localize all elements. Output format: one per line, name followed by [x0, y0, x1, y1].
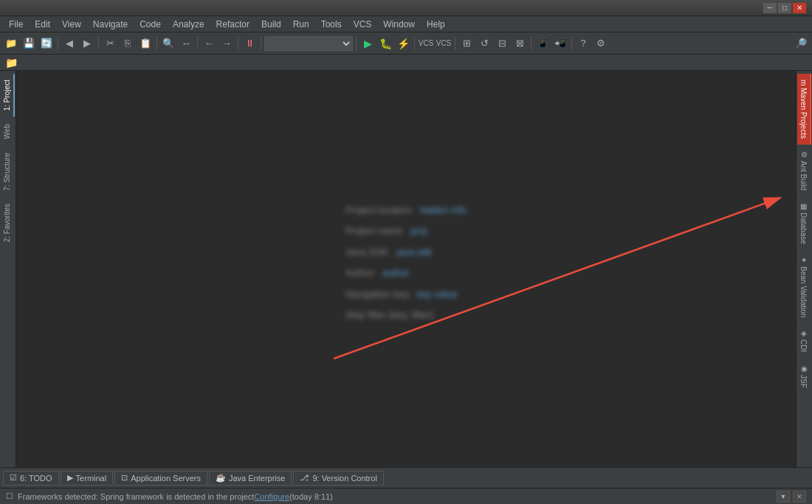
content-row-5: Navigation key: key value — [345, 284, 467, 305]
right-sidebar-tab-bean[interactable]: ✦Bean Validation — [797, 250, 811, 323]
tool3-button[interactable]: ⊟ — [494, 35, 510, 52]
device1-button[interactable]: 📱 — [534, 35, 551, 52]
save-button[interactable]: 💾 — [21, 35, 37, 52]
bean-icon: ✦ — [799, 256, 808, 264]
notification-close-button[interactable]: ✕ — [793, 491, 806, 503]
status-tab-versioncontrol[interactable]: ⎇9: Version Control — [293, 471, 383, 486]
jsf-label: JSF — [799, 375, 808, 388]
menu-item-view[interactable]: View — [56, 16, 87, 32]
help-button[interactable]: ? — [575, 35, 591, 52]
status-tab-terminal[interactable]: ▶Terminal — [61, 471, 114, 486]
content-row-6: Step filter (key, filter): — [345, 305, 467, 326]
right-sidebar-tab-database[interactable]: ▦Database — [797, 196, 811, 250]
project-icon[interactable]: 📁 — [3, 55, 19, 71]
todo-status-label: 6: TODO — [20, 474, 52, 483]
maximize-button[interactable]: □ — [778, 3, 791, 13]
right-sidebar: mMaven Projects⚙Ant Build▦Database✦Bean … — [796, 71, 812, 467]
secondary-toolbar: 📁 — [0, 55, 812, 71]
nav-next-button[interactable]: → — [219, 35, 235, 52]
javaenterprise-status-label: Java Enterprise — [229, 474, 285, 483]
paste-button[interactable]: 📋 — [137, 35, 154, 52]
sidebar-tab-project[interactable]: 1: Project — [1, 74, 15, 117]
menu-item-code[interactable]: Code — [134, 16, 167, 32]
menu-item-vcs[interactable]: VCS — [348, 16, 378, 32]
appservers-status-label: Application Servers — [131, 474, 201, 483]
forward-button[interactable]: ▶ — [79, 35, 95, 52]
value-5: key value — [417, 284, 458, 305]
label-1: Project location: — [345, 199, 414, 221]
menu-item-file[interactable]: File — [3, 16, 29, 32]
notification-icon: ☐ — [6, 491, 13, 501]
sidebar-tab-favorites[interactable]: 2: Favorites — [1, 198, 15, 248]
right-sidebar-tab-maven[interactable]: mMaven Projects — [797, 74, 811, 145]
cdi-label: CDI — [799, 339, 808, 352]
notification-collapse-button[interactable]: ▼ — [777, 491, 790, 503]
new-button[interactable]: 📁 — [3, 35, 19, 52]
label-3: Java SDK: — [345, 241, 390, 263]
notification-right: ▼ ✕ — [777, 491, 806, 503]
sync-button[interactable]: 🔄 — [38, 35, 55, 52]
separator-4 — [197, 37, 198, 50]
search-button[interactable]: 🔍 — [160, 35, 176, 52]
close-button[interactable]: ✕ — [793, 3, 806, 13]
menu-item-navigate[interactable]: Navigate — [87, 16, 134, 32]
right-sidebar-tab-jsf[interactable]: ◉JSF — [797, 359, 811, 394]
run-button[interactable]: ▶ — [359, 35, 376, 52]
run-coverage-button[interactable]: ⚡ — [395, 35, 411, 52]
minimize-button[interactable]: ─ — [763, 3, 777, 13]
separator-6 — [261, 37, 261, 50]
breakpoint-button[interactable]: ⏸ — [241, 35, 258, 52]
device2-button[interactable]: 📲 — [552, 35, 568, 52]
menu-item-analyze[interactable]: Analyze — [167, 16, 210, 32]
bean-label: Bean Validation — [799, 266, 808, 317]
menu-item-build[interactable]: Build — [255, 16, 287, 32]
tool1-button[interactable]: ⊞ — [458, 35, 475, 52]
search-everywhere-button[interactable]: 🔎 — [793, 35, 809, 52]
sidebar-tab-structure[interactable]: 7: Structure — [1, 147, 15, 197]
menu-item-refactor[interactable]: Refactor — [210, 16, 255, 32]
separator-5 — [238, 37, 238, 50]
maven-label: Maven Projects — [799, 88, 808, 139]
value-1: hidden info — [419, 199, 467, 221]
value-2: proj — [410, 221, 427, 242]
maven-icon: m — [799, 80, 808, 86]
vcs2-button[interactable]: VCS — [436, 35, 452, 52]
separator-3 — [156, 37, 157, 50]
status-tab-appservers[interactable]: ⊡Application Servers — [114, 471, 207, 486]
versioncontrol-status-label: 9: Version Control — [312, 474, 376, 483]
right-sidebar-tab-ant[interactable]: ⚙Ant Build — [797, 145, 811, 196]
menu-item-edit[interactable]: Edit — [29, 16, 56, 32]
run-config-dropdown[interactable] — [264, 36, 353, 51]
cut-button[interactable]: ✂ — [102, 35, 118, 52]
copy-button[interactable]: ⎘ — [120, 35, 136, 52]
menu-item-window[interactable]: Window — [377, 16, 421, 32]
sidebar-tab-web[interactable]: Web — [1, 118, 15, 145]
center-content: Project location: hidden info Project na… — [345, 199, 467, 326]
extra-button[interactable]: ⚙ — [593, 35, 609, 52]
status-tab-javaenterprise[interactable]: ☕Java Enterprise — [209, 471, 292, 486]
label-2: Project name: — [345, 221, 405, 242]
content-row-3: Java SDK: java sdk — [345, 241, 467, 263]
menu-item-tools[interactable]: Tools — [315, 16, 348, 32]
database-label: Database — [799, 213, 808, 244]
separator-11 — [571, 37, 572, 50]
menu-item-run[interactable]: Run — [287, 16, 315, 32]
right-sidebar-tab-cdi[interactable]: ◈CDI — [797, 323, 811, 358]
separator-10 — [531, 37, 531, 50]
jsf-icon: ◉ — [799, 365, 808, 373]
nav-prev-button[interactable]: ← — [201, 35, 217, 52]
value-4: author — [382, 263, 410, 284]
tool4-button[interactable]: ⊠ — [512, 35, 528, 52]
configure-link[interactable]: Configure — [254, 492, 289, 501]
appservers-status-icon: ⊡ — [121, 473, 128, 483]
window-controls: ─ □ ✕ — [763, 3, 806, 13]
menu-item-help[interactable]: Help — [421, 16, 451, 32]
separator-9 — [455, 37, 455, 50]
back-button[interactable]: ◀ — [61, 35, 78, 52]
debug-button[interactable]: 🐛 — [377, 35, 393, 52]
tool2-button[interactable]: ↺ — [476, 35, 492, 52]
versioncontrol-status-icon: ⎇ — [300, 473, 309, 483]
replace-button[interactable]: ↔ — [178, 35, 194, 52]
vcs1-button[interactable]: VCS — [418, 35, 434, 52]
status-tab-todo[interactable]: ☑6: TODO — [3, 471, 59, 486]
